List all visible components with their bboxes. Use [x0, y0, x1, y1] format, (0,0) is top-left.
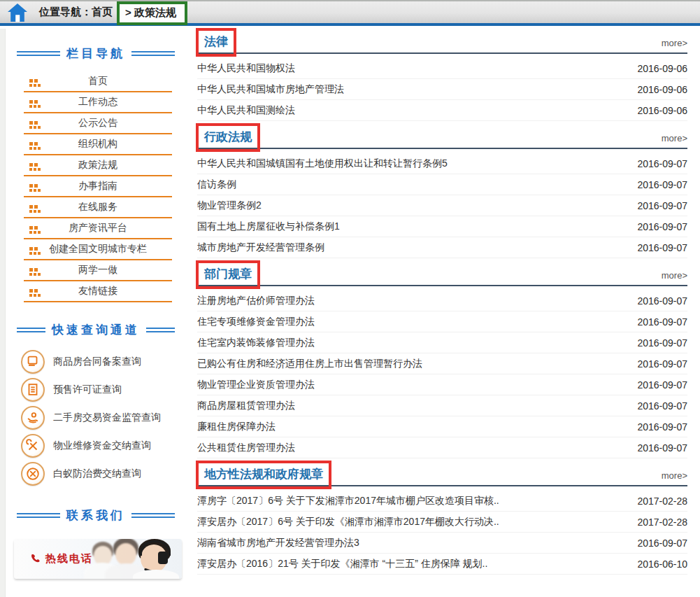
list-item-date: 2016-09-07 — [637, 316, 687, 328]
list-item: 潭房字〔2017〕6号 关于下发湘潭市2017年城市棚户区改造项目审核.. 20… — [197, 491, 687, 512]
list-item-title[interactable]: 潭安居办〔2016〕21号 关于印发《湘潭市 “十三五” 住房保障 规划.. — [197, 558, 487, 570]
list-item-date: 2016-09-07 — [637, 421, 687, 433]
more-link[interactable]: more> — [662, 133, 687, 143]
list-item: 中华人民共和国城镇国有土地使用权出让和转让暂行条例5 2016-09-07 — [197, 153, 687, 174]
sidebar-nav-item-label: 房产资讯平台 — [69, 222, 127, 234]
list-item-date: 2016-09-07 — [637, 200, 687, 211]
circle-cross-icon — [21, 462, 45, 486]
list-item-title[interactable]: 廉租住房保障办法 — [197, 421, 276, 433]
list-item-date: 2016-09-06 — [637, 105, 687, 116]
breadcrumb-current-policy[interactable]: > 政策法规 — [117, 1, 187, 25]
list-item: 公共租赁住房管理办法 2016-09-07 — [197, 437, 687, 458]
orange-squares-icon — [29, 246, 41, 258]
sidebar-nav-item[interactable]: 房产资讯平台 — [24, 218, 172, 239]
orange-squares-icon — [29, 120, 41, 132]
sidebar: 栏目导航 首页 — [7, 26, 187, 579]
list-item-title[interactable]: 公共租赁住房管理办法 — [197, 442, 295, 454]
more-link[interactable]: more> — [662, 38, 687, 48]
quick-item-termite-fee[interactable]: 白蚁防治费交纳查询 — [21, 460, 187, 488]
sidebar-nav-item[interactable]: 组织机构 — [24, 134, 172, 155]
list-item-date: 2016-09-07 — [637, 400, 687, 412]
divider-line — [17, 51, 60, 56]
list-item-title[interactable]: 城市房地产开发经营管理条例 — [197, 241, 324, 254]
quick-item-label: 二手房交易资金监管查询 — [53, 412, 161, 424]
sidebar-nav-item[interactable]: 友情链接 — [24, 281, 172, 302]
list-item-title[interactable]: 注册房地产估价师管理办法 — [197, 295, 315, 307]
quick-item-secondhand-funds[interactable]: 二手房交易资金监管查询 — [21, 404, 187, 432]
list-item: 住宅室内装饰装修管理办法 2016-09-07 — [197, 332, 687, 353]
list-item-title[interactable]: 物业管理企业资质管理办法 — [197, 379, 315, 391]
home-icon[interactable] — [7, 3, 28, 22]
orange-squares-icon — [29, 267, 41, 279]
sidebar-nav-item[interactable]: 在线服务 — [24, 197, 172, 218]
sidebar-nav-item[interactable]: 首页 — [24, 71, 172, 92]
list-item: 潭安居办〔2016〕21号 关于印发《湘潭市 “十三五” 住房保障 规划.. 2… — [197, 554, 687, 575]
list-item-title[interactable]: 信访条例 — [197, 178, 236, 191]
section-header: 法律 more> — [197, 30, 687, 54]
monitor-icon — [21, 350, 45, 374]
list-item-title[interactable]: 湖南省城市房地产开发经营管理办法3 — [197, 537, 359, 549]
list-item-title[interactable]: 中华人民共和国物权法 — [197, 62, 295, 75]
list-item-date: 2016-09-07 — [637, 295, 687, 307]
quick-item-presale-permit[interactable]: 预售许可证查询 — [21, 376, 187, 404]
list-item: 注册房地产估价师管理办法 2016-09-07 — [197, 290, 687, 311]
sidebar-nav-item-label: 两学一做 — [78, 264, 117, 276]
quick-item-contract-record[interactable]: 商品房合同备案查询 — [21, 348, 187, 376]
breadcrumb-bar: 位置导航：首页 > 政策法规 — [0, 0, 700, 26]
list-item: 信访条例 2016-09-07 — [197, 174, 687, 195]
customer-service-image[interactable]: 热线电话 — [14, 539, 182, 579]
list-item-title[interactable]: 中华人民共和国城镇国有土地使用权出让和转让暂行条例5 — [197, 157, 448, 170]
orange-squares-icon — [29, 225, 41, 237]
sidebar-nav-item-label: 首页 — [88, 75, 108, 87]
orange-squares-icon — [29, 162, 41, 174]
sidebar-nav-item-label: 工作动态 — [78, 96, 117, 108]
list-item-date: 2016-09-07 — [637, 538, 687, 549]
list-item-date: 2016-09-07 — [637, 179, 687, 190]
section-rows: 注册房地产估价师管理办法 2016-09-07 住宅专项维修资金管理办法 201… — [197, 290, 687, 458]
quick-item-label: 预售许可证查询 — [53, 384, 122, 396]
list-item-title[interactable]: 国有土地上房屋征收与补偿条例1 — [197, 220, 340, 233]
sidebar-nav-item-label: 政策法规 — [78, 159, 117, 171]
list-item: 已购公有住房和经济适用住房上市出售管理暂行办法 2016-09-07 — [197, 353, 687, 374]
sidebar-nav-item[interactable]: 政策法规 — [24, 155, 172, 176]
sidebar-nav-title-label: 栏目导航 — [66, 45, 125, 62]
orange-squares-icon — [29, 288, 41, 300]
list-item: 国有土地上房屋征收与补偿条例1 2016-09-07 — [197, 216, 687, 237]
more-link[interactable]: more> — [662, 270, 687, 281]
more-link[interactable]: more> — [662, 470, 687, 481]
list-item-title[interactable]: 潭房字〔2017〕6号 关于下发湘潭市2017年城市棚户区改造项目审核.. — [197, 495, 499, 507]
sidebar-nav-item-label: 创建全国文明城市专栏 — [49, 243, 147, 255]
section-title: 行政法规 — [196, 123, 260, 152]
list-item-title[interactable]: 物业管理条例2 — [197, 199, 262, 212]
sidebar-nav-item[interactable]: 工作动态 — [24, 92, 172, 113]
sidebar-nav-item[interactable]: 公示公告 — [24, 113, 172, 134]
sidebar-nav-item-label: 组织机构 — [78, 138, 117, 150]
list-item: 物业管理企业资质管理办法 2016-09-07 — [197, 374, 687, 395]
list-item: 潭安居办〔2017〕6号 关于印发《湘潭市湘潭市2017年棚改大行动决.. 20… — [197, 512, 687, 533]
sidebar-nav-item[interactable]: 创建全国文明城市专栏 — [24, 239, 172, 260]
section-title: 地方性法规和政府规章 — [196, 461, 331, 489]
divider-line — [146, 328, 175, 332]
orange-squares-icon — [29, 204, 41, 216]
section-title: 部门规章 — [196, 260, 260, 289]
list-item-title[interactable]: 已购公有住房和经济适用住房上市出售管理暂行办法 — [197, 358, 422, 370]
quick-item-maintenance-funds[interactable]: 物业维修资金交纳查询 — [21, 432, 187, 460]
list-item-date: 2016-09-07 — [637, 221, 687, 232]
policy-section: 法律 more> 中华人民共和国物权法 2016-09-06 中华人民共和国城市… — [197, 30, 687, 121]
list-item-title[interactable]: 住宅专项维修资金管理办法 — [197, 316, 315, 328]
list-item-title[interactable]: 中华人民共和国测绘法 — [197, 104, 295, 117]
list-item-title[interactable]: 商品房屋租赁管理办法 — [197, 400, 295, 412]
sidebar-nav-title: 栏目导航 — [17, 45, 175, 62]
list-item-title[interactable]: 潭安居办〔2017〕6号 关于印发《湘潭市湘潭市2017年棚改大行动决.. — [197, 516, 499, 528]
list-item-date: 2016-09-07 — [637, 158, 687, 169]
sidebar-nav-item[interactable]: 办事指南 — [24, 176, 172, 197]
main-content: 法律 more> 中华人民共和国物权法 2016-09-06 中华人民共和国城市… — [197, 26, 687, 575]
sidebar-nav-item[interactable]: 两学一做 — [24, 260, 172, 281]
list-item-date: 2016-09-07 — [637, 337, 687, 349]
section-header: 地方性法规和政府规章 more> — [197, 463, 687, 486]
tools-icon — [21, 434, 45, 458]
section-rows: 中华人民共和国物权法 2016-09-06 中华人民共和国城市房地产管理法 20… — [197, 58, 687, 121]
list-item-title[interactable]: 住宅室内装饰装修管理办法 — [197, 337, 315, 349]
list-item-title[interactable]: 中华人民共和国城市房地产管理法 — [197, 83, 344, 96]
breadcrumb: 位置导航：首页 — [39, 6, 113, 19]
